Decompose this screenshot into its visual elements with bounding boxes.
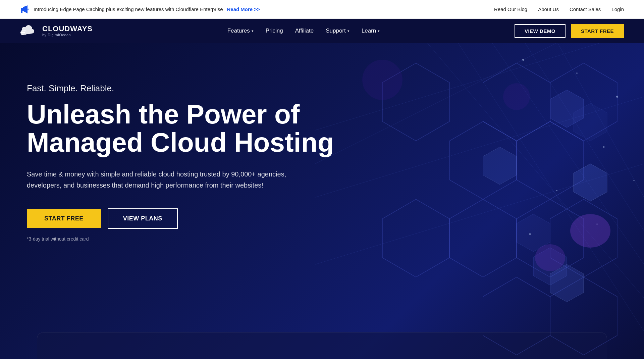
nav-features[interactable]: Features ▾ xyxy=(227,28,254,34)
nav-affiliate[interactable]: Affiliate xyxy=(295,28,314,34)
svg-point-40 xyxy=(529,233,531,235)
svg-point-44 xyxy=(503,83,530,110)
top-bar-login-link[interactable]: Login xyxy=(611,6,624,12)
nav-pricing[interactable]: Pricing xyxy=(266,28,283,34)
hero-content: Fast. Simple. Reliable. Unleash the Powe… xyxy=(27,83,349,242)
svg-marker-19 xyxy=(574,164,607,201)
svg-marker-21 xyxy=(483,147,517,185)
top-bar-right: Read Our Blog About Us Contact Sales Log… xyxy=(494,6,624,12)
logo-text: CLOUDWAYS by DigitalOcean xyxy=(42,25,93,37)
features-chevron-icon: ▾ xyxy=(252,29,254,33)
svg-marker-12 xyxy=(449,199,517,277)
svg-point-34 xyxy=(522,59,524,61)
start-free-nav-button[interactable]: START FREE xyxy=(571,24,624,38)
svg-point-37 xyxy=(603,146,605,148)
svg-point-42 xyxy=(570,214,610,248)
hero-tagline: Fast. Simple. Reliable. xyxy=(27,83,349,94)
start-free-hero-button[interactable]: START FREE xyxy=(27,209,101,228)
read-more-link[interactable]: Read More >> xyxy=(227,6,260,12)
nav-actions: VIEW DEMO START FREE xyxy=(515,24,624,38)
top-bar-about-link[interactable]: About Us xyxy=(538,6,559,12)
top-bar-contact-link[interactable]: Contact Sales xyxy=(570,6,601,12)
svg-line-28 xyxy=(416,43,644,298)
main-nav: CLOUDWAYS by DigitalOcean Features ▾ Pri… xyxy=(0,19,644,43)
support-chevron-icon: ▾ xyxy=(347,29,350,33)
nav-links: Features ▾ Pricing Affiliate Support ▾ L… xyxy=(227,28,380,34)
trial-note: *3-day trial without credit card xyxy=(27,236,349,242)
hero-background-graphic: .hex { fill: none; stroke: rgba(100,120,… xyxy=(315,43,644,359)
view-plans-button[interactable]: VIEW PLANS xyxy=(108,208,178,229)
svg-rect-2 xyxy=(21,11,22,13)
top-bar-left: Introducing Edge Page Caching plus excit… xyxy=(20,5,260,14)
logo-icon xyxy=(20,23,39,38)
svg-point-36 xyxy=(616,96,618,98)
svg-point-38 xyxy=(633,180,635,181)
svg-point-43 xyxy=(535,244,565,271)
svg-line-29 xyxy=(449,43,644,331)
svg-marker-14 xyxy=(483,277,550,355)
hero-description: Save time & money with simple and reliab… xyxy=(27,169,315,191)
nav-support[interactable]: Support ▾ xyxy=(326,28,350,34)
nav-learn[interactable]: Learn ▾ xyxy=(362,28,380,34)
svg-point-35 xyxy=(576,72,578,74)
hero-buttons: START FREE VIEW PLANS xyxy=(27,208,349,229)
hero-title: Unleash the Power of Managed Cloud Hosti… xyxy=(27,100,349,157)
learn-chevron-icon: ▾ xyxy=(378,29,380,33)
top-bar-blog-link[interactable]: Read Our Blog xyxy=(494,6,527,12)
svg-line-32 xyxy=(315,164,644,264)
svg-marker-17 xyxy=(382,199,449,277)
announcement-text: Introducing Edge Page Caching plus excit… xyxy=(34,6,223,12)
logo-sub: by DigitalOcean xyxy=(42,33,93,37)
hero-section: .hex { fill: none; stroke: rgba(100,120,… xyxy=(0,43,644,359)
top-bar: Introducing Edge Page Caching plus excit… xyxy=(0,0,644,19)
svg-point-39 xyxy=(556,190,557,191)
svg-rect-0 xyxy=(21,8,23,11)
megaphone-icon xyxy=(20,5,30,14)
logo-brand: CLOUDWAYS xyxy=(42,25,93,33)
svg-point-3 xyxy=(28,8,29,10)
view-demo-button[interactable]: VIEW DEMO xyxy=(515,24,566,38)
logo[interactable]: CLOUDWAYS by DigitalOcean xyxy=(20,23,93,38)
svg-point-45 xyxy=(362,60,402,100)
svg-marker-1 xyxy=(23,5,28,13)
svg-line-26 xyxy=(517,43,644,231)
